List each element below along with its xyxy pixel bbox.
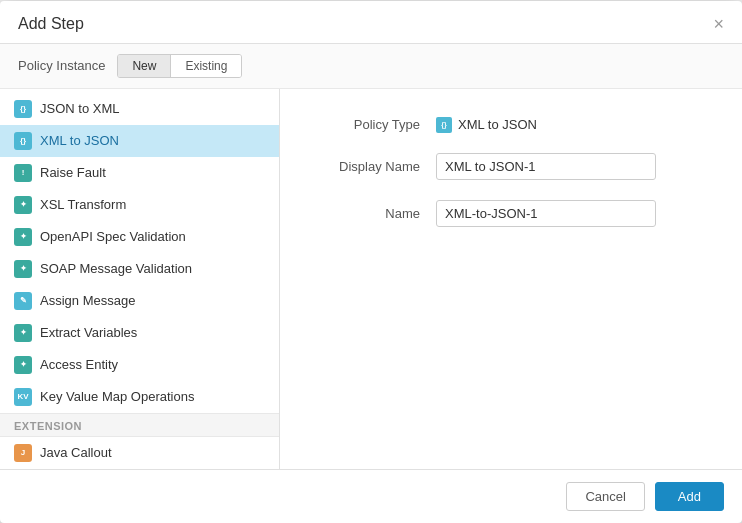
list-item-label: Assign Message <box>40 293 135 308</box>
policy-type-row: Policy Type {} XML to JSON <box>310 117 712 133</box>
policy-type-value: {} XML to JSON <box>436 117 537 133</box>
policy-type-label: Policy Type <box>310 117 420 132</box>
name-label: Name <box>310 206 420 221</box>
extract-variables-icon: ✦ <box>14 324 32 342</box>
policy-instance-row: Policy Instance New Existing <box>0 44 742 89</box>
list-item-soap-message[interactable]: ✦ SOAP Message Validation <box>0 253 279 285</box>
access-entity-icon: ✦ <box>14 356 32 374</box>
add-step-dialog: Add Step × Policy Instance New Existing … <box>0 1 742 523</box>
dialog-title: Add Step <box>18 15 84 33</box>
display-name-input[interactable] <box>436 153 656 180</box>
policy-list-panel: {} JSON to XML {} XML to JSON ! Raise Fa… <box>0 89 280 469</box>
list-item-openapi-spec[interactable]: ✦ OpenAPI Spec Validation <box>0 221 279 253</box>
display-name-row: Display Name <box>310 153 712 180</box>
name-input[interactable] <box>436 200 656 227</box>
key-value-map-icon: KV <box>14 388 32 406</box>
list-item-label: SOAP Message Validation <box>40 261 192 276</box>
java-callout-icon: J <box>14 444 32 462</box>
list-item-label: XML to JSON <box>40 133 119 148</box>
list-item-access-entity[interactable]: ✦ Access Entity <box>0 349 279 381</box>
list-item-label: Access Entity <box>40 357 118 372</box>
display-name-label: Display Name <box>310 159 420 174</box>
list-item-extract-variables[interactable]: ✦ Extract Variables <box>0 317 279 349</box>
list-item-xsl-transform[interactable]: ✦ XSL Transform <box>0 189 279 221</box>
dialog-body: {} JSON to XML {} XML to JSON ! Raise Fa… <box>0 89 742 469</box>
dialog-footer: Cancel Add <box>0 469 742 523</box>
list-item-java-callout[interactable]: J Java Callout <box>0 437 279 469</box>
list-item-label: XSL Transform <box>40 197 126 212</box>
list-item-label: Extract Variables <box>40 325 137 340</box>
openapi-spec-icon: ✦ <box>14 228 32 246</box>
close-button[interactable]: × <box>713 15 724 33</box>
toggle-new-button[interactable]: New <box>118 55 171 77</box>
list-item-label: Key Value Map Operations <box>40 389 194 404</box>
list-item-xml-to-json[interactable]: {} XML to JSON <box>0 125 279 157</box>
cancel-button[interactable]: Cancel <box>566 482 644 511</box>
add-button[interactable]: Add <box>655 482 724 511</box>
list-item-label: Java Callout <box>40 445 112 460</box>
policy-type-text: XML to JSON <box>458 117 537 132</box>
list-item-raise-fault[interactable]: ! Raise Fault <box>0 157 279 189</box>
xml-to-json-icon: {} <box>14 132 32 150</box>
list-item-label: Raise Fault <box>40 165 106 180</box>
raise-fault-icon: ! <box>14 164 32 182</box>
list-item-label: JSON to XML <box>40 101 119 116</box>
soap-message-icon: ✦ <box>14 260 32 278</box>
name-row: Name <box>310 200 712 227</box>
list-item-label: OpenAPI Spec Validation <box>40 229 186 244</box>
xsl-transform-icon: ✦ <box>14 196 32 214</box>
toggle-existing-button[interactable]: Existing <box>171 55 241 77</box>
extension-header: EXTENSION <box>0 413 279 437</box>
assign-message-icon: ✎ <box>14 292 32 310</box>
policy-instance-label: Policy Instance <box>18 58 105 73</box>
policy-type-icon: {} <box>436 117 452 133</box>
list-item-key-value-map[interactable]: KV Key Value Map Operations <box>0 381 279 413</box>
detail-panel: Policy Type {} XML to JSON Display Name … <box>280 89 742 469</box>
json-to-xml-icon: {} <box>14 100 32 118</box>
policy-instance-toggle: New Existing <box>117 54 242 78</box>
dialog-header: Add Step × <box>0 1 742 44</box>
list-item-assign-message[interactable]: ✎ Assign Message <box>0 285 279 317</box>
list-item-json-to-xml[interactable]: {} JSON to XML <box>0 93 279 125</box>
